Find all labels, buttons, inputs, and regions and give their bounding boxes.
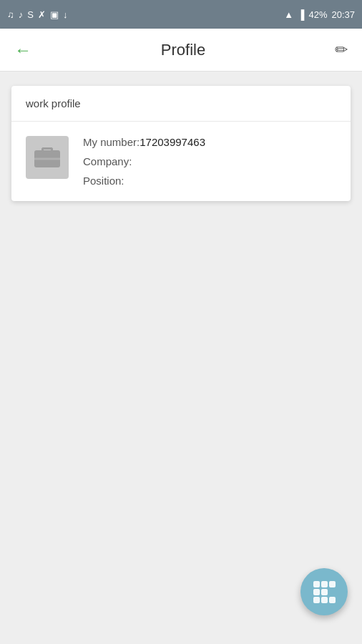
blackberry-fab[interactable] bbox=[300, 568, 348, 615]
svg-rect-4 bbox=[321, 589, 328, 595]
svg-rect-0 bbox=[313, 581, 320, 587]
briefcase-icon bbox=[34, 147, 60, 167]
status-bar-left-icons: ♫ ♪ S ✗ ▣ ↓ bbox=[7, 9, 67, 20]
battery-text: 42% bbox=[308, 9, 327, 20]
image-icon: ▣ bbox=[50, 9, 59, 20]
call-end-icon: ✗ bbox=[38, 9, 46, 20]
time-display: 20:37 bbox=[331, 9, 355, 20]
skype-icon: S bbox=[27, 9, 34, 20]
wifi-icon: ▲ bbox=[284, 9, 293, 20]
my-number-label: My number: bbox=[83, 136, 140, 148]
profile-details: My number:17203997463 Company: Position: bbox=[83, 136, 336, 187]
svg-rect-2 bbox=[329, 581, 336, 587]
back-button[interactable]: ← bbox=[11, 37, 34, 63]
svg-rect-3 bbox=[313, 589, 320, 595]
company-label: Company: bbox=[83, 155, 132, 167]
download-icon: ↓ bbox=[63, 9, 68, 20]
profile-card: work profile My number:17203997463 Compa… bbox=[11, 86, 351, 201]
page-title: Profile bbox=[34, 41, 332, 59]
music-icon: ♫ bbox=[7, 9, 14, 20]
status-bar: ♫ ♪ S ✗ ▣ ↓ ▲ ▐ 42% 20:37 bbox=[0, 0, 362, 29]
position-label: Position: bbox=[83, 175, 124, 187]
music-icon-2: ♪ bbox=[19, 9, 24, 20]
main-content: work profile My number:17203997463 Compa… bbox=[0, 72, 362, 644]
card-section-title: work profile bbox=[11, 86, 351, 122]
avatar bbox=[26, 136, 69, 179]
position-row: Position: bbox=[83, 175, 336, 187]
company-row: Company: bbox=[83, 155, 336, 167]
svg-rect-7 bbox=[329, 597, 336, 603]
app-bar: ← Profile ✏ bbox=[0, 29, 362, 72]
edit-button[interactable]: ✏ bbox=[332, 38, 351, 62]
profile-info-row: My number:17203997463 Company: Position: bbox=[11, 122, 351, 201]
status-bar-right-icons: ▲ ▐ 42% 20:37 bbox=[284, 9, 355, 20]
my-number-value: 17203997463 bbox=[140, 136, 205, 148]
my-number-row: My number:17203997463 bbox=[83, 136, 336, 148]
blackberry-logo-icon bbox=[310, 578, 338, 605]
svg-rect-1 bbox=[321, 581, 328, 587]
svg-rect-5 bbox=[313, 597, 320, 603]
signal-icon: ▐ bbox=[298, 9, 304, 20]
svg-rect-6 bbox=[321, 597, 328, 603]
